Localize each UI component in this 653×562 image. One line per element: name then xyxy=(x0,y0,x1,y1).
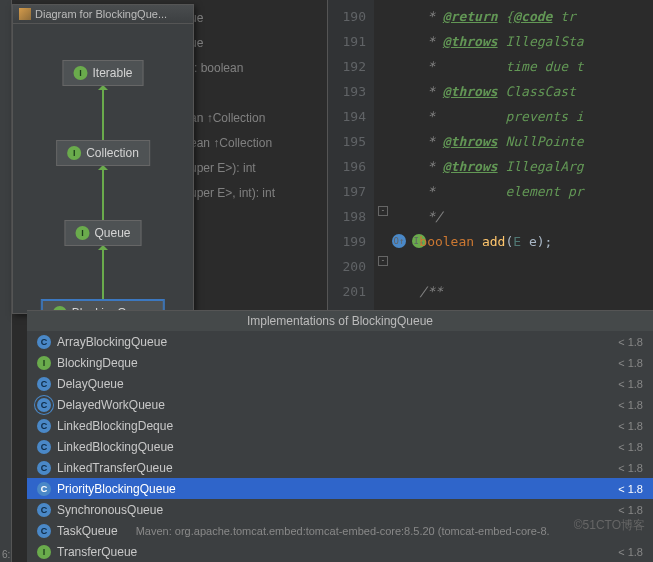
implementation-item-synchronousqueue[interactable]: CSynchronousQueue< 1.8 xyxy=(27,499,653,520)
interface-icon: I xyxy=(37,356,51,370)
class-icon: C xyxy=(37,461,51,475)
line-number[interactable]: 190 xyxy=(328,4,374,29)
node-label: Queue xyxy=(94,226,130,240)
inheritance-arrow-icon xyxy=(102,246,104,300)
line-number[interactable]: 191 xyxy=(328,29,374,54)
since-label: < 1.8 xyxy=(618,357,643,369)
code-line[interactable]: * @throws NullPointe xyxy=(388,129,653,154)
implementation-item-taskqueue[interactable]: CTaskQueueMaven: org.apache.tomcat.embed… xyxy=(27,520,653,541)
implementation-item-delayqueue[interactable]: CDelayQueue< 1.8 xyxy=(27,373,653,394)
code-line[interactable]: * prevents i xyxy=(388,104,653,129)
line-number[interactable]: 193 xyxy=(328,79,374,104)
line-number[interactable]: 197 xyxy=(328,179,374,204)
item-name: TaskQueue xyxy=(57,524,118,538)
line-number[interactable]: 192 xyxy=(328,54,374,79)
line-number[interactable]: 195 xyxy=(328,129,374,154)
structure-line: uper E>): int xyxy=(190,156,275,181)
structure-line: an ↑Collection xyxy=(190,106,275,131)
structure-line: ): boolean xyxy=(190,56,275,81)
class-icon: C xyxy=(37,440,51,454)
item-name: ArrayBlockingQueue xyxy=(57,335,167,349)
diagram-node-iterable[interactable]: IIterable xyxy=(62,60,143,86)
since-label: < 1.8 xyxy=(618,336,643,348)
maven-coordinate: Maven: org.apache.tomcat.embed:tomcat-em… xyxy=(136,525,550,537)
structure-line: ue xyxy=(190,31,275,56)
ide-left-gutter xyxy=(0,0,12,562)
code-line[interactable] xyxy=(388,254,653,279)
popup-title: Implementations of BlockingQueue xyxy=(27,311,653,331)
since-label: < 1.8 xyxy=(618,483,643,495)
since-label: < 1.8 xyxy=(618,504,643,516)
class-icon: C xyxy=(37,503,51,517)
class-icon: C xyxy=(37,398,51,412)
since-label: < 1.8 xyxy=(618,399,643,411)
item-name: PriorityBlockingQueue xyxy=(57,482,176,496)
line-number[interactable]: 201 xyxy=(328,279,374,304)
diagram-canvas[interactable]: IIterableICollectionIQueueIBlockingQueue xyxy=(13,24,193,314)
editor-main[interactable]: 190191192193194195196197198199O↑I↓200201… xyxy=(327,0,653,314)
item-name: LinkedBlockingDeque xyxy=(57,419,173,433)
item-name: LinkedTransferQueue xyxy=(57,461,173,475)
structure-line: ue xyxy=(190,6,275,31)
implementation-item-linkedblockingqueue[interactable]: CLinkedBlockingQueue< 1.8 xyxy=(27,436,653,457)
structure-line: t xyxy=(190,81,275,106)
since-label: < 1.8 xyxy=(618,462,643,474)
item-name: TransferQueue xyxy=(57,545,137,559)
line-number[interactable]: 200 xyxy=(328,254,374,279)
class-icon: C xyxy=(37,524,51,538)
interface-icon: I xyxy=(75,226,89,240)
class-diagram-window[interactable]: Diagram for BlockingQue... IIterableICol… xyxy=(12,4,194,314)
line-number[interactable]: 196 xyxy=(328,154,374,179)
implementation-item-linkedblockingdeque[interactable]: CLinkedBlockingDeque< 1.8 xyxy=(27,415,653,436)
editor-gutter[interactable]: 190191192193194195196197198199O↑I↓200201 xyxy=(328,0,374,314)
implementations-popup[interactable]: Implementations of BlockingQueue CArrayB… xyxy=(27,310,653,562)
structure-view-peek: ueue): booleantan ↑Collectionean ↑Collec… xyxy=(190,6,275,206)
implementation-item-blockingdeque[interactable]: IBlockingDeque< 1.8 xyxy=(27,352,653,373)
inheritance-arrow-icon xyxy=(102,166,104,220)
implementation-item-arrayblockingqueue[interactable]: CArrayBlockingQueue< 1.8 xyxy=(27,331,653,352)
diagram-titlebar[interactable]: Diagram for BlockingQue... xyxy=(13,5,193,24)
diagram-node-queue[interactable]: IQueue xyxy=(64,220,141,246)
code-line[interactable]: * @return {@code tr xyxy=(388,4,653,29)
class-icon: C xyxy=(37,482,51,496)
code-line[interactable]: /** xyxy=(388,279,653,304)
interface-icon: I xyxy=(37,545,51,559)
line-number[interactable]: 198 xyxy=(328,204,374,229)
item-name: BlockingDeque xyxy=(57,356,138,370)
code-line[interactable]: * time due t xyxy=(388,54,653,79)
implementation-item-delayedworkqueue[interactable]: CDelayedWorkQueue< 1.8 xyxy=(27,394,653,415)
fold-handle-icon[interactable]: - xyxy=(378,256,388,266)
code-line[interactable]: boolean add(E e); xyxy=(388,229,653,254)
interface-icon: I xyxy=(67,146,81,160)
implementation-item-priorityblockingqueue[interactable]: CPriorityBlockingQueue< 1.8 xyxy=(27,478,653,499)
class-icon: C xyxy=(37,377,51,391)
since-label: < 1.8 xyxy=(618,378,643,390)
since-label: < 1.8 xyxy=(618,420,643,432)
code-line[interactable]: * @throws ClassCast xyxy=(388,79,653,104)
editor-content[interactable]: * @return {@code tr * @throws IllegalSta… xyxy=(388,4,653,304)
code-line[interactable]: * element pr xyxy=(388,179,653,204)
diagram-file-icon xyxy=(19,8,31,20)
interface-icon: I xyxy=(73,66,87,80)
item-name: DelayQueue xyxy=(57,377,124,391)
code-line[interactable]: * @throws IllegalArg xyxy=(388,154,653,179)
code-line[interactable]: * @throws IllegalSta xyxy=(388,29,653,54)
item-name: SynchronousQueue xyxy=(57,503,163,517)
fold-handle-icon[interactable]: - xyxy=(378,206,388,216)
node-label: Collection xyxy=(86,146,139,160)
item-name: LinkedBlockingQueue xyxy=(57,440,174,454)
line-number[interactable]: 194 xyxy=(328,104,374,129)
class-icon: C xyxy=(37,419,51,433)
watermark: ©51CTO博客 xyxy=(574,517,645,534)
line-number[interactable]: 199 xyxy=(328,229,374,254)
inheritance-arrow-icon xyxy=(102,86,104,140)
bottom-tool-label[interactable]: 6: xyxy=(2,549,10,560)
diagram-node-collection[interactable]: ICollection xyxy=(56,140,150,166)
structure-line: ean ↑Collection xyxy=(190,131,275,156)
implementation-item-transferqueue[interactable]: ITransferQueue< 1.8 xyxy=(27,541,653,562)
implementation-item-linkedtransferqueue[interactable]: CLinkedTransferQueue< 1.8 xyxy=(27,457,653,478)
code-line[interactable]: */ xyxy=(388,204,653,229)
since-label: < 1.8 xyxy=(618,441,643,453)
diagram-title-label: Diagram for BlockingQue... xyxy=(35,8,167,20)
node-label: Iterable xyxy=(92,66,132,80)
